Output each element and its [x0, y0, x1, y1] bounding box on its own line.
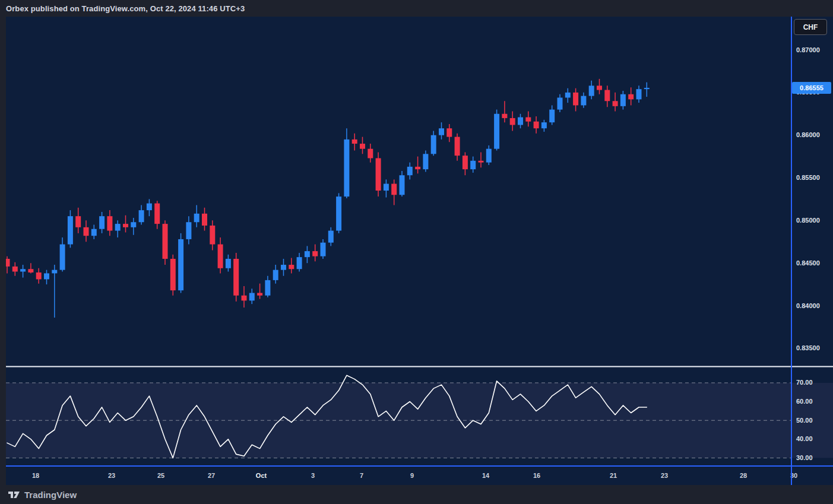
time-tick-label: 27 — [208, 472, 215, 479]
chart-canvas[interactable]: 0.870000.865000.860000.855000.850000.845… — [6, 17, 833, 485]
rsi-tick-label: 50.00 — [796, 417, 813, 424]
time-tick-label: 21 — [610, 472, 617, 479]
price-tick-label: 0.84000 — [796, 302, 820, 309]
time-tick-label: Oct — [256, 472, 267, 479]
publish-banner: Orbex published on TradingView.com, Oct … — [0, 0, 833, 17]
time-tick-label: 28 — [740, 472, 747, 479]
last-price-tag: 0.86555 — [792, 82, 831, 94]
time-tick-label: 25 — [157, 472, 164, 479]
tradingview-logo-icon[interactable] — [8, 490, 20, 500]
time-tick-label: 23 — [661, 472, 668, 479]
time-tick-label: 16 — [533, 472, 540, 479]
publish-attribution-text: Orbex published on TradingView.com, Oct … — [6, 4, 245, 13]
time-axis-border — [6, 465, 833, 467]
time-tick-label: 3 — [311, 472, 315, 479]
price-tick-label: 0.83500 — [796, 344, 820, 351]
time-tick-label: 14 — [482, 472, 489, 479]
time-tick-label: 7 — [360, 472, 363, 479]
tradingview-brand[interactable]: TradingView — [24, 490, 77, 500]
price-tick-label: 0.85500 — [796, 174, 820, 181]
currency-toggle-button[interactable]: CHF — [794, 19, 827, 35]
time-tick-label: 9 — [410, 472, 414, 479]
rsi-tick-label: 30.00 — [796, 454, 813, 461]
price-rsi-plot[interactable] — [6, 17, 833, 485]
price-tick-label: 0.84500 — [796, 259, 820, 267]
time-tick-label: 18 — [32, 472, 39, 479]
rsi-tick-label: 70.00 — [796, 379, 813, 386]
price-tick-label: 0.87000 — [796, 46, 820, 53]
footer-bar: TradingView — [0, 485, 833, 504]
rsi-tick-label: 40.00 — [796, 435, 813, 442]
rsi-tick-label: 60.00 — [796, 398, 813, 405]
time-tick-label: 23 — [108, 472, 115, 479]
price-tick-label: 0.86000 — [796, 131, 820, 138]
price-tick-label: 0.85000 — [796, 217, 820, 224]
